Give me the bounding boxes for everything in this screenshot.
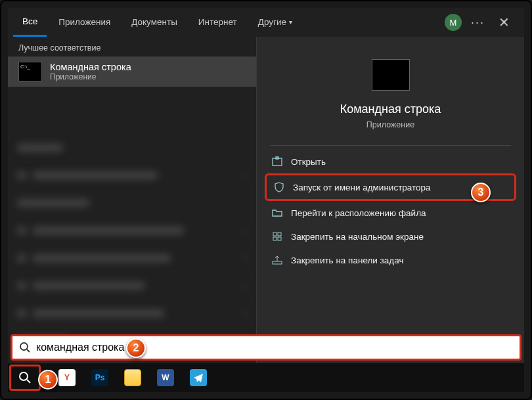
taskbar-search-button[interactable] <box>9 365 41 391</box>
svg-rect-4 <box>278 237 281 240</box>
cmd-icon: C:\_ <box>18 62 42 81</box>
taskbar-explorer[interactable] <box>118 365 148 391</box>
folder-icon <box>271 207 283 219</box>
action-pin-taskbar[interactable]: Закрепить на панели задач <box>265 248 516 272</box>
action-admin-label: Запуск от имени администратора <box>293 183 431 192</box>
best-match-subtitle: Приложение <box>50 72 131 81</box>
taskbar-telegram[interactable] <box>183 365 213 391</box>
blurred-results: › › › › › › <box>17 134 247 360</box>
svg-point-7 <box>20 372 28 380</box>
preview-app-icon <box>372 59 410 91</box>
search-content: Лучшее соответствие C:\_ Командная строк… <box>8 37 524 364</box>
tab-apps[interactable]: Приложения <box>49 8 120 37</box>
tab-web[interactable]: Интернет <box>189 8 246 37</box>
callout-3: 3 <box>471 183 491 202</box>
action-pin-start[interactable]: Закрепить на начальном экране <box>265 225 516 248</box>
svg-rect-2 <box>278 233 281 236</box>
action-pin-taskbar-label: Закрепить на панели задач <box>291 256 403 265</box>
results-column: Лучшее соответствие C:\_ Командная строк… <box>8 37 256 364</box>
callout-1: 1 <box>38 370 58 389</box>
telegram-icon <box>190 369 207 386</box>
tab-all[interactable]: Все <box>13 8 47 37</box>
user-avatar[interactable]: М <box>445 14 462 31</box>
svg-rect-1 <box>273 233 277 236</box>
section-best-match-label: Лучшее соответствие <box>8 37 256 56</box>
action-open-location[interactable]: Перейти к расположению файла <box>265 201 516 225</box>
best-match-item[interactable]: C:\_ Командная строка Приложение <box>8 56 256 87</box>
taskbar-photoshop[interactable]: Ps <box>85 365 115 391</box>
svg-rect-5 <box>273 261 282 264</box>
yandex-icon: Y <box>58 369 76 386</box>
more-options-icon[interactable]: ··· <box>471 16 485 30</box>
divider <box>270 145 511 146</box>
best-match-title: Командная строка <box>50 62 131 72</box>
search-panel: Все Приложения Документы Интернет Другие… <box>8 8 524 364</box>
tab-docs[interactable]: Документы <box>122 8 187 37</box>
action-open-label: Открыть <box>291 157 326 167</box>
action-pin-start-label: Закрепить на начальном экране <box>291 232 424 242</box>
search-box[interactable] <box>11 334 521 361</box>
svg-point-6 <box>20 343 28 350</box>
search-icon <box>18 371 32 384</box>
pin-start-icon <box>271 231 283 242</box>
action-location-label: Перейти к расположению файла <box>291 208 426 218</box>
taskbar-word[interactable]: W <box>150 365 181 391</box>
preview-title: Командная строка <box>340 102 441 116</box>
svg-rect-3 <box>273 237 277 240</box>
pin-taskbar-icon <box>271 254 283 266</box>
chevron-down-icon: ▾ <box>289 8 292 37</box>
callout-2: 2 <box>126 338 146 358</box>
search-icon <box>19 342 31 353</box>
tab-other-label: Другие <box>258 8 286 37</box>
folder-icon <box>124 369 141 386</box>
preview-subtitle: Приложение <box>366 120 414 129</box>
admin-shield-icon <box>273 181 285 193</box>
search-tabs: Все Приложения Документы Интернет Другие… <box>8 8 524 37</box>
photoshop-icon: Ps <box>91 369 108 386</box>
open-icon <box>271 156 283 167</box>
close-icon[interactable]: ✕ <box>494 14 514 30</box>
search-input[interactable] <box>36 342 513 353</box>
word-icon: W <box>157 369 174 386</box>
action-open[interactable]: Открыть <box>265 150 516 173</box>
taskbar: Y Ps W <box>8 363 524 392</box>
tab-other[interactable]: Другие ▾ <box>249 8 301 37</box>
actions-list: Открыть Запуск от имени администратора П… <box>257 150 524 272</box>
